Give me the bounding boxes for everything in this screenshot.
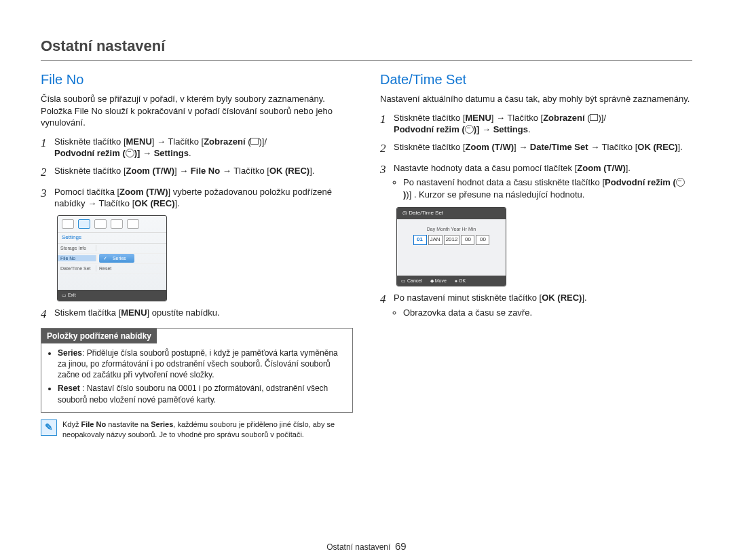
step-text: Nastavte hodnoty data a času pomocí tlač… [394,162,692,202]
step-number: 1 [41,136,54,151]
step-text: Po nastavení minut stiskněte tlačítko [O… [394,292,692,320]
step-1: 1 Stiskněte tlačítko [MENU] → Tlačítko [… [380,112,692,136]
step-3: 3 Pomocí tlačítka [Zoom (T/W)] vyberte p… [41,186,353,210]
manual-page: Ostatní nastavení File No Čísla souborů … [0,0,733,560]
tab-icon [111,219,123,229]
field-year: 2012 [444,235,460,245]
submenu-items-list: Series: Přiděluje čísla souborů postupně… [58,348,345,405]
screenshot-footer: ▭ Exit [58,290,166,300]
screenshot-date-time: ◷ Date/Time Set Day Month Year Hr Min 01… [396,207,506,286]
step-text: Stiskněte tlačítko [Zoom (T/W)] → Date/T… [394,141,692,153]
field-day: 01 [413,235,427,245]
step-number: 4 [41,307,54,322]
info-icon: ✎ [41,419,57,436]
display-icon [250,138,259,145]
step-1: 1 Stiskněte tlačítko [MENU] → Tlačítko [… [41,136,353,160]
field-min: 00 [476,235,489,245]
step-text: Stiskněte tlačítko [Zoom (T/W)] → File N… [54,165,353,177]
col-date-time: Date/Time Set Nastavení aktuálního datum… [380,71,692,440]
underwater-icon [676,178,685,187]
display-icon [590,114,598,121]
field-labels: Day Month Year Hr Min [402,226,500,232]
screenshot-title: ◷ Date/Time Set [397,208,506,219]
menu-exit-label: ▭ Exit [62,293,76,297]
step-4: 4 Stiskem tlačítka [MENU] opustíte nabíd… [41,307,353,322]
tip-note: ✎ Když File No nastavíte na Series, každ… [41,419,353,440]
substep: Obrazovka data a času se zavře. [403,307,692,319]
step-number: 2 [41,165,54,181]
substep: Po nastavení hodnot data a času stisknět… [403,176,692,200]
footer-move: ◆ Move [430,278,447,284]
steps-date-time-cont: 4 Po nastavení minut stiskněte tlačítko … [380,292,692,320]
step-2: 2 Stiskněte tlačítko [Zoom (T/W)] → File… [41,165,353,181]
underwater-icon [126,149,134,157]
screenshot-footer: ▭ Cancel ◆ Move ● OK [397,276,506,286]
step-text: Stiskněte tlačítko [MENU] → Tlačítko [Zo… [54,136,353,160]
columns: File No Čísla souborů se přiřazují v poř… [41,71,692,440]
step-2: 2 Stiskněte tlačítko [Zoom (T/W)] → Date… [380,141,692,157]
page-footer: Ostatní nastavení 69 [0,540,733,552]
submenu-items-header: Položky podřízené nabídky [41,329,157,343]
screenshot-body: Day Month Year Hr Min 01 JAN 2012 00 00 [397,219,506,245]
page-number: 69 [395,540,407,552]
step-text: Stiskem tlačítka [MENU] opustíte nabídku… [54,307,353,319]
submenu-items-box: Položky podřízené nabídky Series: Přiděl… [41,328,353,413]
tip-text: Když File No nastavíte na Series, každém… [62,419,353,440]
substeps: Po nastavení hodnot data a času stisknět… [394,176,692,200]
footer-label: Ostatní nastavení [326,542,390,552]
step-3: 3 Nastavte hodnoty data a času pomocí tl… [380,162,692,202]
step-number: 2 [380,141,394,157]
screenshot-file-no-menu: Settings Storage Info File No ✓ Series D… [57,215,167,301]
menu-category: Settings [58,233,166,244]
footer-cancel: ▭ Cancel [401,278,422,284]
step-number: 4 [380,292,394,307]
step-text: Stiskněte tlačítko [MENU] → Tlačítko [Zo… [394,112,692,136]
steps-file-no-cont: 4 Stiskem tlačítka [MENU] opustíte nabíd… [41,307,353,322]
date-fields: 01 JAN 2012 00 00 [402,235,500,245]
heading-date-time: Date/Time Set [380,71,692,89]
tab-icon-active [78,219,90,229]
tab-strip [58,216,166,233]
steps-date-time: 1 Stiskněte tlačítko [MENU] → Tlačítko [… [380,112,692,202]
field-month: JAN [428,235,443,245]
step-number: 3 [41,186,54,202]
step-text: Pomocí tlačítka [Zoom (T/W)] vyberte pož… [54,186,353,210]
menu-row-selected: File No ✓ Series [58,254,166,264]
col-file-no: File No Čísla souborů se přiřazují v poř… [41,71,353,440]
intro-date-time: Nastavení aktuálního datumu a času tak, … [380,93,692,105]
substeps: Obrazovka data a času se zavře. [394,307,692,319]
menu-row: Storage Info [58,244,166,254]
tab-icon [127,219,139,229]
divider [41,60,692,61]
footer-ok: ● OK [455,278,466,284]
chapter-title: Ostatní nastavení [41,37,692,55]
steps-file-no: 1 Stiskněte tlačítko [MENU] → Tlačítko [… [41,136,353,210]
step-number: 1 [380,112,394,128]
underwater-icon [465,125,474,134]
tab-icon [94,219,107,229]
step-number: 3 [380,162,394,178]
tab-icon [62,219,74,229]
submenu-item-series: Series: Přiděluje čísla souborů postupně… [58,348,345,381]
heading-file-no: File No [41,71,353,89]
field-hour: 00 [461,235,474,245]
step-4: 4 Po nastavení minut stiskněte tlačítko … [380,292,692,320]
intro-file-no: Čísla souborů se přiřazují v pořadí, v k… [41,93,353,129]
menu-row: Date/Time Set Reset [58,264,166,274]
submenu-item-reset: Reset : Nastaví číslo souboru na 0001 i … [58,383,345,405]
